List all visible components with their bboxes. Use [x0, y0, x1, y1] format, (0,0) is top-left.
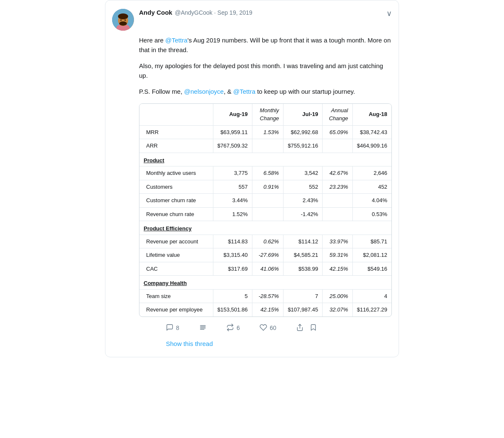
user-info: Andy Cook @AndyGCook · Sep 19, 2019: [139, 9, 392, 16]
table-section-row: Company Health: [139, 276, 391, 290]
reply-icon: [166, 324, 173, 332]
cell-annual: 42.15%: [323, 262, 352, 276]
cell-aug18: 0.53%: [352, 207, 391, 221]
cell-aug18: $464,909.16: [352, 139, 391, 153]
cell-aug18: $2,081.12: [352, 248, 391, 262]
cell-annual: 42.67%: [323, 166, 352, 180]
cell-aug19: $63,959.11: [213, 125, 252, 139]
table-row: CAC$317.6941.06%$538.9942.15%$549.16: [139, 262, 391, 276]
table-section-row: Product: [139, 153, 391, 166]
tweet-card: ∨ And: [105, 0, 399, 357]
cell-annual: [323, 139, 352, 153]
cell-monthly: -28.57%: [252, 289, 283, 303]
cell-monthly: [252, 194, 283, 208]
cell-annual: 59.31%: [323, 248, 352, 262]
handle-date: @AndyGCook · Sep 19, 2019: [175, 9, 252, 16]
avatar[interactable]: [112, 9, 134, 31]
cell-aug19: 3,775: [213, 166, 252, 180]
cell-annual: [323, 207, 352, 221]
table-row: Customers5570.91%55223.23%452: [139, 180, 391, 194]
cell-jul19: $107,987.45: [284, 303, 323, 317]
cell-aug19: 1.52%: [213, 207, 252, 221]
table-row: Revenue churn rate1.52%-1.42%0.53%: [139, 207, 391, 221]
cell-monthly: 0.91%: [252, 180, 283, 194]
section-label: Product Efficiency: [139, 221, 391, 235]
cell-aug18: 452: [352, 180, 391, 194]
cell-jul19: 2.43%: [284, 194, 323, 208]
cell-aug19: $3,315.40: [213, 248, 252, 262]
save-icon: [310, 324, 317, 332]
table-row: Monthly active users3,7756.58%3,54242.67…: [139, 166, 391, 180]
cell-label: Revenue per account: [139, 235, 213, 248]
table-row: Revenue per employee$153,501.8642.15%$10…: [139, 303, 391, 317]
tweet-text-2: Also, my apologies for the delayed post …: [139, 61, 392, 80]
cell-jul19: $4,585.21: [284, 248, 323, 262]
table-row: ARR$767,509.32$755,912.16$464,909.16: [139, 139, 391, 153]
svg-point-4: [118, 13, 128, 19]
cell-label: Revenue churn rate: [139, 207, 213, 221]
cell-aug18: 4.04%: [352, 194, 391, 208]
cell-aug18: $116,227.29: [352, 303, 391, 317]
retweet-icon: [226, 324, 234, 332]
display-name[interactable]: Andy Cook: [139, 9, 172, 16]
cell-jul19: $62,992.68: [284, 125, 323, 139]
body-text-2: Also, my apologies for the delayed post …: [139, 62, 383, 79]
cell-label: Customers: [139, 180, 213, 194]
chevron-down-icon[interactable]: ∨: [386, 9, 392, 18]
cell-jul19: 3,542: [284, 166, 323, 180]
col-header-aug19: Aug-19: [213, 104, 252, 126]
table-row: MRR$63,959.111.53%$62,992.6865.09%$38,74…: [139, 125, 391, 139]
cell-label: MRR: [139, 125, 213, 139]
reply-count: 8: [176, 324, 179, 332]
cell-annual: 33.97%: [323, 235, 352, 248]
share-button[interactable]: [296, 324, 317, 332]
cell-aug19: 3.44%: [213, 194, 252, 208]
body-text-3b: , &: [224, 88, 234, 95]
table-row: Lifetime value$3,315.40-27.69%$4,585.215…: [139, 248, 391, 262]
cell-monthly: 6.58%: [252, 166, 283, 180]
retweet-button[interactable]: 6: [226, 324, 240, 332]
cell-label: Customer churn rate: [139, 194, 213, 208]
retweet-count: 6: [236, 324, 240, 332]
bookmark-button[interactable]: [199, 324, 207, 332]
cell-aug18: $549.16: [352, 262, 391, 276]
cell-annual: 65.09%: [323, 125, 352, 139]
reply-button[interactable]: 8: [166, 324, 179, 332]
mention-tettra-2[interactable]: @Tettra: [233, 88, 255, 95]
col-header-annual: Annual Change: [323, 104, 352, 126]
bookmark-icon: [199, 324, 207, 332]
cell-monthly: -27.69%: [252, 248, 283, 262]
mention-tettra-1[interactable]: @Tettra: [165, 37, 188, 44]
share-icon: [296, 324, 304, 332]
cell-label: Revenue per employee: [139, 303, 213, 317]
tweet-body: Here are @Tettra's Aug 2019 numbers. Wil…: [139, 36, 392, 348]
cell-aug18: 4: [352, 289, 391, 303]
cell-aug18: $85.71: [352, 235, 391, 248]
cell-jul19: 552: [284, 180, 323, 194]
section-label: Product: [139, 153, 391, 166]
body-text-3c: to keep up with our startup journey.: [255, 88, 355, 95]
cell-label: Team size: [139, 289, 213, 303]
cell-aug18: $38,742.43: [352, 125, 391, 139]
like-count: 60: [270, 324, 276, 332]
tweet-date: Sep 19, 2019: [218, 9, 252, 16]
cell-annual: [323, 194, 352, 208]
col-header-jul19: Jul-19: [284, 104, 323, 126]
svg-point-5: [119, 21, 127, 26]
body-text-3a: P.S. Follow me,: [139, 88, 184, 95]
show-thread-link[interactable]: Show this thread: [166, 339, 392, 349]
section-label: Company Health: [139, 276, 391, 290]
mention-nelsonjoyce[interactable]: @nelsonjoyce: [184, 88, 223, 95]
separator: ·: [214, 9, 218, 16]
cell-aug19: $114.83: [213, 235, 252, 248]
handle[interactable]: @AndyGCook: [175, 9, 213, 16]
cell-monthly: 0.62%: [252, 235, 283, 248]
like-icon: [260, 324, 267, 332]
cell-jul19: $755,912.16: [284, 139, 323, 153]
table-row: Customer churn rate3.44%2.43%4.04%: [139, 194, 391, 208]
table-section-row: Product Efficiency: [139, 221, 391, 235]
cell-aug19: 557: [213, 180, 252, 194]
tweet-actions: 8 6: [166, 324, 317, 332]
like-button[interactable]: 60: [260, 324, 276, 332]
cell-monthly: 42.15%: [252, 303, 283, 317]
